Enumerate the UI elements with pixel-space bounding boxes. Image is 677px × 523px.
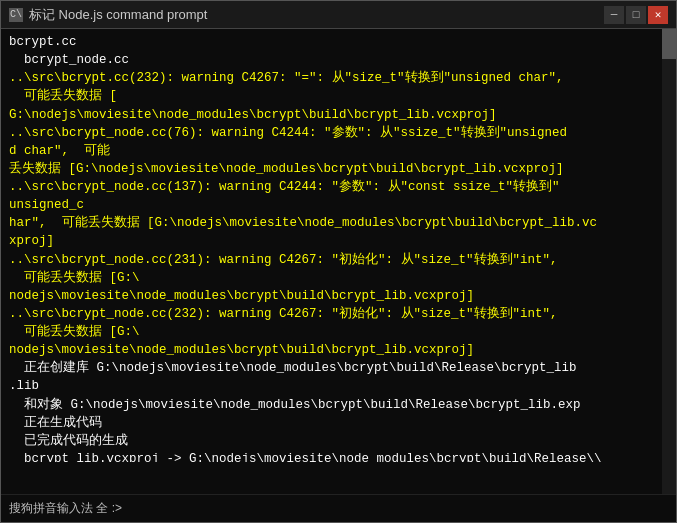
terminal-line: 正在创建库 G:\nodejs\moviesite\node_modules\b… — [9, 359, 668, 377]
terminal-line: ..\src\bcrypt_node.cc(232): warning C426… — [9, 305, 668, 323]
terminal-line: .lib — [9, 377, 668, 395]
title-bar-controls: ─ □ ✕ — [604, 6, 668, 24]
terminal-line: bcrypt_node.cc — [9, 51, 668, 69]
title-bar: C\ 标记 Node.js command prompt ─ □ ✕ — [1, 1, 676, 29]
terminal-line: bcrypt.cc — [9, 33, 668, 51]
terminal-line: bcrypt_lib.vcxproj -> G:\nodejs\moviesit… — [9, 450, 668, 462]
status-bar: 搜狗拼音输入法 全 :> — [1, 494, 676, 522]
minimize-button[interactable]: ─ — [604, 6, 624, 24]
window-title: 标记 Node.js command prompt — [29, 6, 207, 24]
window-icon: C\ — [9, 8, 23, 22]
terminal-line: xproj] — [9, 232, 668, 250]
terminal-line: 和对象 G:\nodejs\moviesite\node_modules\bcr… — [9, 396, 668, 414]
terminal-body: bcrypt.cc bcrypt_node.cc..\src\bcrypt.cc… — [1, 29, 676, 494]
title-bar-left: C\ 标记 Node.js command prompt — [9, 6, 207, 24]
terminal-line: nodejs\moviesite\node_modules\bcrypt\bui… — [9, 287, 668, 305]
scrollbar[interactable] — [662, 29, 676, 494]
terminal-line: nodejs\moviesite\node_modules\bcrypt\bui… — [9, 341, 668, 359]
window: C\ 标记 Node.js command prompt ─ □ ✕ bcryp… — [0, 0, 677, 523]
close-button[interactable]: ✕ — [648, 6, 668, 24]
terminal-line: G:\nodejs\moviesite\node_modules\bcrypt\… — [9, 106, 668, 124]
status-text: 搜狗拼音输入法 全 :> — [9, 500, 122, 517]
terminal-line: 可能丢失数据 [G:\ — [9, 269, 668, 287]
terminal-line: ..\src\bcrypt_node.cc(231): warning C426… — [9, 251, 668, 269]
terminal-line: 可能丢失数据 [G:\ — [9, 323, 668, 341]
scrollbar-thumb[interactable] — [662, 29, 676, 59]
terminal-line: 丢失数据 [G:\nodejs\moviesite\node_modules\b… — [9, 160, 668, 178]
terminal-line: ..\src\bcrypt_node.cc(76): warning C4244… — [9, 124, 668, 142]
terminal-line: ..\src\bcrypt_node.cc(137): warning C424… — [9, 178, 668, 196]
terminal-content: bcrypt.cc bcrypt_node.cc..\src\bcrypt.cc… — [9, 33, 668, 462]
terminal-line: 已完成代码的生成 — [9, 432, 668, 450]
maximize-button[interactable]: □ — [626, 6, 646, 24]
terminal-line: unsigned_c — [9, 196, 668, 214]
terminal-line: har", 可能丢失数据 [G:\nodejs\moviesite\node_m… — [9, 214, 668, 232]
terminal-line: d char", 可能 — [9, 142, 668, 160]
terminal-line: 可能丢失数据 [ — [9, 87, 668, 105]
terminal-line: 正在生成代码 — [9, 414, 668, 432]
terminal-line: ..\src\bcrypt.cc(232): warning C4267: "=… — [9, 69, 668, 87]
